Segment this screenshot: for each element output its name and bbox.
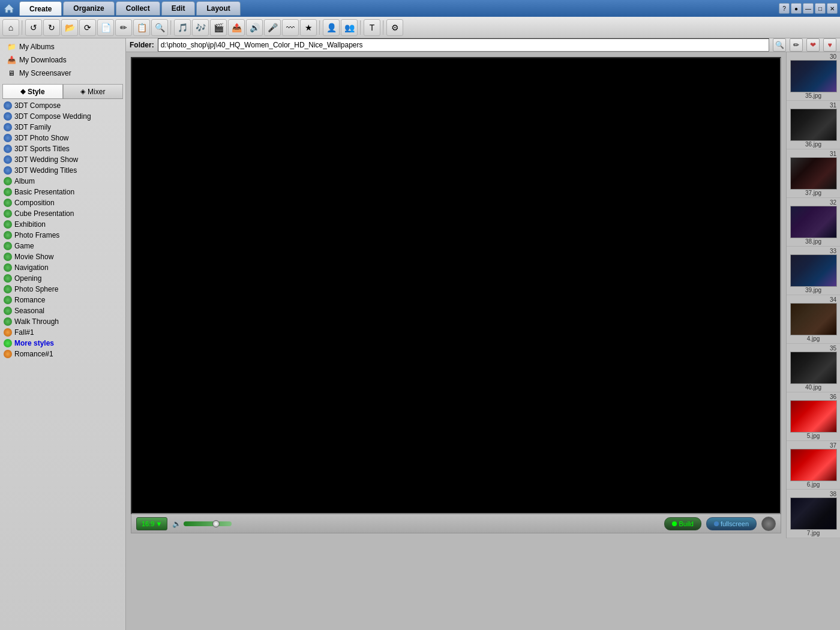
help-button[interactable]: ? [779, 3, 790, 14]
style-item-6[interactable]: 3DT Wedding Titles [1, 165, 124, 176]
volume-track[interactable] [184, 521, 232, 526]
toolbar-refresh-btn[interactable]: ⟳ [79, 19, 96, 36]
thumb-label-6: 40.jpg [805, 384, 821, 391]
aspect-button[interactable]: 16:9 ▼ [136, 517, 167, 530]
style-item-0[interactable]: 3DT Compose [1, 100, 124, 111]
toolbar-wave-btn[interactable]: 〰 [282, 19, 299, 36]
fullscreen-dot [714, 521, 719, 526]
thumb-item-9[interactable]: 38 7.jpg [787, 490, 840, 538]
style-item-5[interactable]: 3DT Wedding Show [1, 154, 124, 165]
toolbar-open-btn[interactable]: 📂 [61, 19, 78, 36]
svg-marker-0 [4, 4, 14, 13]
tab-edit[interactable]: Edit [161, 1, 196, 16]
style-list: 3DT Compose3DT Compose Wedding3DT Family… [0, 99, 125, 630]
style-item-20[interactable]: Walk Through [1, 316, 124, 327]
home-icon[interactable] [2, 2, 16, 15]
tab-style[interactable]: ◆ Style [2, 84, 63, 98]
thumb-item-8[interactable]: 37 6.jpg [787, 441, 840, 490]
folder-path-input[interactable] [158, 38, 769, 52]
brightness-button[interactable] [761, 517, 776, 531]
style-item-21[interactable]: Fall#1 [1, 327, 124, 338]
toolbar-new-btn[interactable]: 📄 [97, 19, 114, 36]
thumb-item-4[interactable]: 33 39.jpg [787, 247, 840, 295]
style-item-14[interactable]: Movie Show [1, 251, 124, 262]
style-icon-16 [4, 274, 12, 283]
thumb-item-7[interactable]: 36 5.jpg [787, 392, 840, 441]
thumb-item-3[interactable]: 32 38.jpg [787, 198, 840, 247]
folder-heart-btn[interactable]: ♥ [823, 38, 836, 52]
toolbar-edit-btn[interactable]: ✏ [115, 19, 132, 36]
toolbar-settings-btn[interactable]: ⚙ [386, 19, 403, 36]
thumb-label-2: 37.jpg [805, 190, 821, 196]
toolbar-audio-btn[interactable]: 🔊 [246, 19, 263, 36]
thumb-num-8: 37 [788, 442, 839, 449]
style-item-18[interactable]: Romance [1, 295, 124, 305]
downloads-icon: 📥 [6, 56, 17, 64]
nav-item-screensaver[interactable]: 🖥 My Screensaver [2, 67, 123, 79]
toolbar-home-btn[interactable]: ⌂ [2, 19, 19, 36]
tab-mixer[interactable]: ◈ Mixer [63, 84, 124, 98]
toolbar-music2-btn[interactable]: 🎶 [192, 19, 209, 36]
toolbar-export-btn[interactable]: 📤 [228, 19, 245, 36]
tab-organize[interactable]: Organize [63, 1, 114, 16]
style-item-8[interactable]: Basic Presentation [1, 187, 124, 197]
style-item-13[interactable]: Game [1, 241, 124, 251]
nav-item-albums[interactable]: 📁 My Albums [2, 41, 123, 53]
folder-search-btn[interactable]: 🔍 [773, 38, 786, 52]
style-icon-12 [4, 231, 12, 239]
style-item-11[interactable]: Exhibition [1, 219, 124, 230]
style-icon-23 [4, 350, 12, 358]
thumb-item-0[interactable]: 30 35.jpg [787, 52, 840, 101]
toolbar-copy-btn[interactable]: 📋 [133, 19, 150, 36]
tab-layout[interactable]: Layout [196, 1, 240, 16]
style-icon-9 [4, 199, 12, 207]
thumb-item-2[interactable]: 31 37.jpg [787, 149, 840, 198]
tab-collect[interactable]: Collect [116, 1, 160, 16]
style-item-15[interactable]: Navigation [1, 262, 124, 273]
tab-create[interactable]: Create [19, 1, 62, 16]
maximize-button[interactable]: □ [815, 3, 826, 14]
style-item-4[interactable]: 3DT Sports Titles [1, 143, 124, 154]
toolbar-redo-btn[interactable]: ↻ [43, 19, 60, 36]
style-item-22[interactable]: More styles [1, 338, 124, 349]
folder-fav-btn[interactable]: ❤ [806, 38, 820, 52]
style-item-12[interactable]: Photo Frames [1, 230, 124, 241]
thumb-image-6 [790, 352, 837, 384]
toolbar-person2-btn[interactable]: 👥 [341, 19, 358, 36]
build-button[interactable]: Build [664, 517, 701, 530]
toolbar-search-btn[interactable]: 🔍 [151, 19, 168, 36]
toolbar-star-btn[interactable]: ★ [300, 19, 317, 36]
style-item-10[interactable]: Cube Presentation [1, 208, 124, 219]
toolbar-undo-btn[interactable]: ↺ [25, 19, 42, 36]
toolbar-video-btn[interactable]: 🎬 [210, 19, 227, 36]
toolbar-mic-btn[interactable]: 🎤 [264, 19, 281, 36]
style-item-9[interactable]: Composition [1, 197, 124, 208]
minimize-button[interactable]: — [803, 3, 814, 14]
style-item-2[interactable]: 3DT Family [1, 122, 124, 133]
toolbar-music-btn[interactable]: 🎵 [174, 19, 191, 36]
style-item-16[interactable]: Opening [1, 273, 124, 284]
style-item-23[interactable]: Romance#1 [1, 349, 124, 359]
close-button[interactable]: ✕ [827, 3, 838, 14]
update-button[interactable]: ● [791, 3, 802, 14]
style-item-17[interactable]: Photo Sphere [1, 284, 124, 295]
folder-bar: Folder: 🔍 ✏ ❤ ♥ [126, 38, 840, 52]
volume-thumb[interactable] [212, 520, 220, 527]
style-item-1[interactable]: 3DT Compose Wedding [1, 111, 124, 122]
style-item-7[interactable]: Album [1, 176, 124, 187]
fullscreen-button[interactable]: fullscreen [706, 517, 757, 530]
thumb-num-2: 31 [788, 151, 839, 157]
folder-edit-btn[interactable]: ✏ [790, 38, 803, 52]
thumb-item-6[interactable]: 35 40.jpg [787, 344, 840, 392]
volume-control[interactable]: 🔊 [172, 520, 232, 528]
thumb-item-5[interactable]: 34 4.jpg [787, 295, 840, 344]
style-icon-11 [4, 220, 12, 229]
albums-icon: 📁 [6, 43, 17, 51]
style-item-3[interactable]: 3DT Photo Show [1, 133, 124, 143]
style-item-19[interactable]: Seasonal [1, 305, 124, 316]
toolbar-text-btn[interactable]: T [364, 19, 380, 36]
toolbar-person-btn[interactable]: 👤 [323, 19, 340, 36]
nav-item-downloads[interactable]: 📥 My Downloads [2, 54, 123, 66]
thumb-image-0 [790, 60, 837, 92]
thumb-item-1[interactable]: 31 36.jpg [787, 101, 840, 149]
